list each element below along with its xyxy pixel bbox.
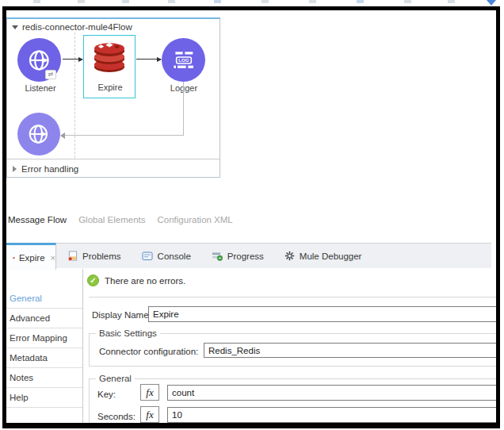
node-label: Listener <box>7 83 74 93</box>
sidebar-item-help[interactable]: Help <box>6 388 82 408</box>
sidebar-item-metadata[interactable]: Metadata <box>6 348 82 368</box>
validation-status: ✓ There are no errors. <box>87 275 185 286</box>
tab-label: Progress <box>227 251 264 261</box>
flow-header[interactable]: redis-connector-mule4Flow <box>12 22 132 32</box>
debugger-gear-icon <box>284 251 295 261</box>
success-check-icon: ✓ <box>87 275 99 286</box>
fx-expression-button[interactable]: fx <box>140 384 159 401</box>
logger-icon: LOG <box>171 48 197 73</box>
toolbar-fragment <box>448 0 455 3</box>
svg-text:LOG: LOG <box>178 57 189 63</box>
tab-configuration-xml[interactable]: Configuration XML <box>158 215 233 225</box>
problems-icon <box>67 251 78 261</box>
view-tab-strip: Expire × Problems Console <box>6 243 491 268</box>
tab-label: Mule Debugger <box>300 251 362 261</box>
basic-settings-group: Basic Settings Connector configuration: <box>89 333 498 367</box>
display-name-label: Display Name: <box>92 310 151 320</box>
toolbar-fragment <box>262 0 269 3</box>
inactive-tabs: Problems Console Progress <box>57 244 372 268</box>
toolbar-fragment <box>214 0 221 3</box>
toolbar-fragment <box>168 0 175 3</box>
toolbar-fragment <box>404 0 411 3</box>
sync-badge-icon: ⇄ <box>45 70 56 79</box>
node-error-source[interactable] <box>17 113 60 155</box>
collapse-arrow-icon[interactable] <box>12 25 18 29</box>
seconds-input[interactable] <box>167 407 497 423</box>
error-handling-section[interactable]: Error handling <box>7 159 220 179</box>
flow-title: redis-connector-mule4Flow <box>22 22 132 32</box>
sidebar-item-notes[interactable]: Notes <box>6 368 82 388</box>
display-name-input[interactable] <box>148 306 498 322</box>
flow-container[interactable]: redis-connector-mule4Flow ⇄ Listener <box>6 17 220 178</box>
fx-expression-button[interactable]: fx <box>140 406 159 423</box>
flow-arrow <box>63 59 82 60</box>
toolbar-fragment <box>357 0 364 3</box>
connector-configuration-input[interactable] <box>204 343 497 358</box>
flow-arrow <box>136 59 161 60</box>
tab-label: Expire <box>19 253 45 263</box>
divider <box>82 269 83 424</box>
error-handling-label: Error handling <box>21 164 78 174</box>
redis-icon <box>91 40 128 73</box>
tab-global-elements[interactable]: Global Elements <box>78 215 145 225</box>
node-label: Expire <box>77 83 143 92</box>
redis-mini-icon <box>13 253 15 263</box>
expand-arrow-icon[interactable] <box>13 166 17 172</box>
node-label: Logger <box>151 83 217 93</box>
tab-mule-debugger[interactable]: Mule Debugger <box>274 244 372 268</box>
http-listener-globe-icon <box>26 121 52 147</box>
toolbar-fragment <box>33 0 40 3</box>
tab-label: Problems <box>82 251 121 261</box>
toolbar-fragment <box>78 0 85 3</box>
cropped-toolbar-strip <box>0 0 504 6</box>
connector-arrowhead-icon <box>60 132 65 139</box>
group-legend: Basic Settings <box>96 328 160 338</box>
toolbar-fragment <box>309 0 316 3</box>
key-input[interactable] <box>167 385 497 401</box>
seconds-label: Seconds: <box>97 412 136 421</box>
editor-view-tabs: Message Flow Global Elements Configurati… <box>8 215 233 225</box>
tab-problems[interactable]: Problems <box>57 244 132 268</box>
tab-console[interactable]: Console <box>132 244 201 268</box>
node-logger[interactable]: LOG <box>162 38 205 82</box>
tab-progress[interactable]: Progress <box>201 244 274 268</box>
status-message: There are no errors. <box>105 276 185 286</box>
divider <box>89 297 498 298</box>
sidebar-item-general[interactable]: General <box>6 289 82 309</box>
toolbar-fragment <box>122 0 129 3</box>
general-group: General Key: fx Seconds: fx <box>89 378 498 428</box>
sidebar-item-error-mapping[interactable]: Error Mapping <box>6 328 82 348</box>
connector-configuration-label: Connector configuration: <box>99 347 198 356</box>
source-lane-divider <box>74 33 75 158</box>
console-icon <box>142 251 153 261</box>
tab-label: Console <box>158 251 191 261</box>
key-label: Key: <box>97 390 116 399</box>
close-icon[interactable]: × <box>51 253 55 263</box>
tab-message-flow[interactable]: Message Flow <box>8 215 67 225</box>
node-expire-selected[interactable]: Expire <box>83 35 136 98</box>
tab-expire[interactable]: Expire × <box>6 243 56 270</box>
progress-icon <box>212 251 223 261</box>
group-legend: General <box>96 374 135 383</box>
sidebar-item-advanced[interactable]: Advanced <box>6 309 82 328</box>
anypoint-studio-window: redis-connector-mule4Flow ⇄ Listener <box>0 0 504 430</box>
connector-line <box>64 135 184 136</box>
connector-line <box>183 82 184 135</box>
properties-sidebar: General Advanced Error Mapping Metadata … <box>6 289 82 408</box>
chevron-down-icon[interactable] <box>487 0 496 6</box>
